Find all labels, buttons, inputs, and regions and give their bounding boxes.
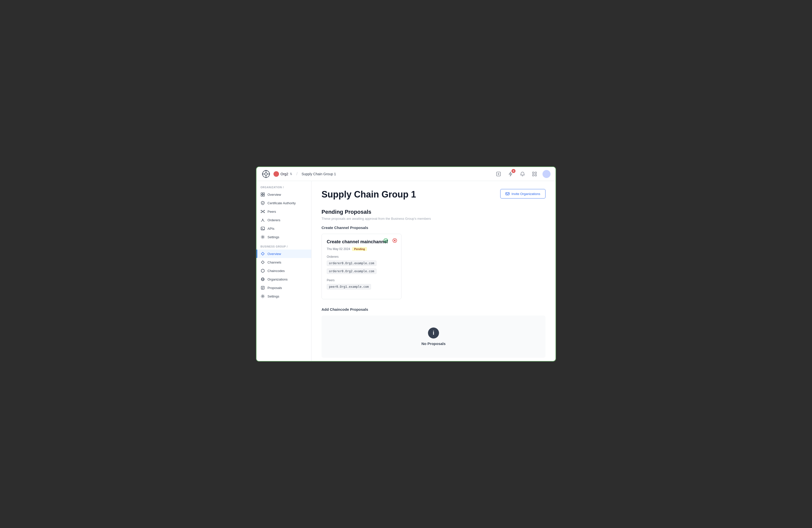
- svg-point-43: [384, 238, 388, 243]
- proposal-card: Create channel mainchannel Thu May 02 20…: [321, 234, 402, 299]
- user-avatar[interactable]: [542, 170, 551, 178]
- pending-proposals-title: Pending Proposals: [321, 209, 546, 215]
- sidebar-item-organizations-label: Organizations: [267, 278, 288, 281]
- org-switcher[interactable]: Org2 ⇅: [274, 171, 292, 177]
- card-actions: [382, 237, 398, 244]
- orderer-tag-0: orderer0.Org1.example.com: [327, 261, 377, 266]
- sidebar-item-chaincodes-label: Chaincodes: [267, 269, 285, 273]
- sidebar-item-org-settings[interactable]: Settings: [257, 233, 311, 241]
- grid-icon: [261, 192, 265, 197]
- sidebar-item-channels[interactable]: Channels: [257, 258, 311, 266]
- svg-rect-18: [261, 193, 262, 194]
- list-icon: [261, 285, 265, 290]
- org-name: Org2: [280, 172, 288, 176]
- sidebar-item-bg-settings-label: Settings: [267, 294, 279, 298]
- gear2-icon: [261, 294, 265, 298]
- svg-line-27: [262, 211, 262, 211]
- shield-icon: [261, 201, 265, 205]
- sidebar-item-overview[interactable]: Overview: [257, 190, 311, 199]
- svg-line-30: [263, 212, 264, 212]
- svg-point-22: [262, 211, 263, 212]
- breadcrumb-title: Supply Chain Group 1: [302, 172, 336, 176]
- orderer-tag-1: orderer0.Org2.example.com: [327, 268, 377, 274]
- info-icon: i: [428, 327, 439, 338]
- create-channel-section-title: Create Channel Proposals: [321, 225, 546, 230]
- peers-group: Peers peer0.Org1.example.com: [327, 279, 396, 291]
- svg-point-26: [264, 212, 265, 213]
- svg-point-7: [265, 177, 266, 178]
- page-header: Supply Chain Group 1 Invite Organization…: [321, 189, 546, 200]
- sidebar-item-peers[interactable]: Peers: [257, 207, 311, 216]
- svg-line-28: [263, 211, 264, 211]
- svg-point-23: [261, 210, 262, 211]
- app-logo: [261, 170, 271, 178]
- svg-rect-16: [533, 175, 534, 176]
- org-avatar: [274, 171, 279, 177]
- approve-button[interactable]: [382, 237, 389, 244]
- orderers-label: Orderers: [327, 255, 396, 259]
- sidebar: ORGANIZATION / Overview: [257, 181, 311, 361]
- svg-rect-14: [533, 172, 534, 174]
- invite-icon: [506, 192, 509, 196]
- sidebar-item-orderers-label: Orderers: [267, 218, 280, 222]
- sidebar-item-proposals[interactable]: Proposals: [257, 283, 311, 292]
- svg-rect-15: [535, 172, 536, 174]
- terminal-icon: [261, 226, 265, 231]
- topbar-actions: 8: [494, 170, 551, 178]
- sidebar-item-overview-label: Overview: [267, 193, 281, 196]
- network-icon: [261, 209, 265, 214]
- add-button[interactable]: [494, 170, 503, 178]
- svg-point-41: [262, 296, 263, 297]
- org-switcher-chevron: ⇅: [290, 172, 292, 176]
- empty-state: i No Proposals: [321, 316, 546, 358]
- sidebar-item-apis-label: APIs: [267, 227, 274, 231]
- sidebar-item-channels-label: Channels: [267, 261, 281, 264]
- svg-line-29: [262, 212, 262, 212]
- sidebar-org-label: ORGANIZATION /: [257, 186, 311, 189]
- svg-rect-21: [263, 195, 264, 196]
- svg-point-1: [265, 173, 267, 175]
- bell-button[interactable]: [519, 170, 526, 178]
- svg-point-9: [269, 174, 270, 175]
- svg-rect-20: [261, 195, 262, 196]
- empty-title: No Proposals: [421, 341, 446, 346]
- sidebar-bg-label: BUSINESS GROUP /: [257, 245, 311, 248]
- lightning-button[interactable]: 8: [507, 170, 514, 178]
- invite-organizations-button[interactable]: Invite Organizations: [500, 189, 546, 199]
- topbar: Org2 ⇅ / Supply Chain Group 1 8: [257, 167, 555, 181]
- svg-marker-13: [509, 172, 512, 176]
- sidebar-item-peers-label: Peers: [267, 210, 276, 214]
- sidebar-item-chaincodes[interactable]: Chaincodes: [257, 266, 311, 275]
- sidebar-item-orderers[interactable]: Orderers: [257, 216, 311, 224]
- sidebar-item-bg-settings[interactable]: Settings: [257, 292, 311, 300]
- svg-point-33: [262, 236, 263, 238]
- sidebar-item-certificate-authority[interactable]: Certificate Authority: [257, 199, 311, 207]
- add-chaincode-section-title: Add Chaincode Proposals: [321, 307, 546, 311]
- main-content: Supply Chain Group 1 Invite Organization…: [311, 181, 555, 361]
- svg-point-8: [262, 174, 263, 175]
- sidebar-item-proposals-label: Proposals: [267, 286, 282, 290]
- status-badge: Pending: [352, 247, 367, 251]
- peer-tag-0: peer0.Org1.example.com: [327, 284, 371, 290]
- svg-point-6: [265, 170, 266, 171]
- card-date: Thu May 02 2024: [327, 247, 350, 251]
- svg-rect-17: [535, 175, 536, 176]
- sidebar-item-apis[interactable]: APIs: [257, 224, 311, 233]
- svg-point-44: [385, 239, 386, 240]
- sidebar-item-bg-overview[interactable]: Overview: [257, 249, 311, 258]
- main-layout: ORGANIZATION / Overview: [257, 181, 555, 361]
- svg-rect-19: [263, 193, 264, 194]
- diamond-outline-icon: [261, 260, 265, 264]
- app-window: Org2 ⇅ / Supply Chain Group 1 8: [256, 166, 556, 362]
- peers-label: Peers: [327, 279, 396, 282]
- svg-rect-42: [506, 192, 509, 195]
- breadcrumb-separator: /: [296, 171, 298, 176]
- orderers-group: Orderers orderer0.Org1.example.com order…: [327, 255, 396, 276]
- sidebar-item-organizations[interactable]: Organizations: [257, 275, 311, 283]
- page-title: Supply Chain Group 1: [321, 189, 416, 200]
- notification-badge: 8: [511, 169, 516, 173]
- sidebar-item-ca-label: Certificate Authority: [267, 201, 296, 205]
- grid-button[interactable]: [531, 170, 538, 178]
- tool-icon: [261, 218, 265, 222]
- reject-button[interactable]: [391, 237, 398, 244]
